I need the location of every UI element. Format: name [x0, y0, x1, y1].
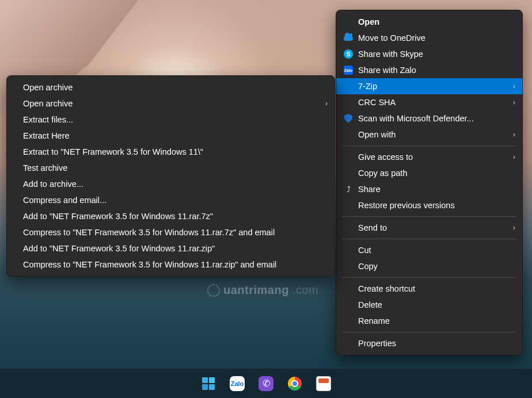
- menu-item-extract-here[interactable]: Extract Here: [7, 128, 335, 144]
- menu-item-copy[interactable]: Copy: [336, 258, 522, 274]
- blank-icon: [342, 261, 355, 272]
- menu-item-label: Compress to "NET Framework 3.5 for Windo…: [23, 228, 320, 237]
- menu-item-label: Share: [358, 185, 507, 194]
- menu-separator: [342, 239, 516, 239]
- menu-item-open[interactable]: Open: [336, 14, 522, 30]
- menu-item-label: Copy: [358, 262, 507, 271]
- menu-item-compress-to-net-framework-3-5-for-windows-11-rar-7z-and-email[interactable]: Compress to "NET Framework 3.5 for Windo…: [7, 224, 335, 240]
- blank-icon: [342, 167, 355, 179]
- chevron-right-icon: ›: [507, 98, 515, 106]
- menu-item-add-to-net-framework-3-5-for-windows-11-rar-zip[interactable]: Add to "NET Framework 3.5 for Windows 11…: [7, 240, 335, 257]
- blank-icon: [342, 222, 355, 234]
- menu-item-label: Rename: [358, 316, 507, 326]
- menu-item-label: Cut: [358, 246, 507, 255]
- menu-item-extract-to-net-framework-3-5-for-windows-11[interactable]: Extract to "NET Framework 3.5 for Window…: [7, 144, 335, 160]
- snipping-tool-icon: [316, 376, 331, 391]
- blank-icon: [342, 129, 355, 140]
- menu-item-test-archive[interactable]: Test archive: [7, 160, 335, 176]
- blank-icon: [342, 283, 355, 294]
- menu-item-send-to[interactable]: Send to›: [336, 220, 522, 236]
- watermark: uantrimang .com: [207, 284, 318, 297]
- blank-icon: [342, 200, 355, 211]
- menu-separator: [342, 332, 516, 332]
- blank-icon: [342, 299, 355, 311]
- context-menu: OpenMove to OneDriveSShare with SkypeZal…: [336, 10, 523, 355]
- menu-item-compress-and-email[interactable]: Compress and email...: [7, 192, 335, 208]
- menu-item-label: Restore previous versions: [358, 201, 507, 210]
- chevron-right-icon: ›: [507, 153, 515, 161]
- menu-item-label: Add to archive...: [23, 179, 320, 189]
- menu-item-label: Give access to: [358, 152, 507, 162]
- menu-item-add-to-archive[interactable]: Add to archive...: [7, 176, 335, 192]
- menu-item-label: Delete: [358, 300, 507, 309]
- 7zip-submenu: Open archiveOpen archive›Extract files..…: [6, 75, 335, 277]
- blank-icon: [342, 97, 355, 108]
- menu-item-delete[interactable]: Delete: [336, 297, 522, 313]
- taskbar-viber-button[interactable]: ✆: [257, 375, 275, 392]
- taskbar-chrome-button[interactable]: [286, 375, 303, 392]
- menu-item-label: Add to "NET Framework 3.5 for Windows 11…: [23, 212, 320, 221]
- menu-item-give-access-to[interactable]: Give access to›: [336, 149, 522, 165]
- menu-item-label: Open archive: [23, 99, 320, 108]
- menu-item-label: Open with: [358, 130, 507, 139]
- taskbar-start-button[interactable]: [200, 375, 217, 392]
- menu-item-share[interactable]: ⤴Share: [336, 181, 522, 197]
- menu-item-label: Test archive: [23, 163, 320, 173]
- blank-icon: [342, 81, 355, 92]
- chevron-right-icon: ›: [507, 131, 515, 139]
- blank-icon: [342, 151, 355, 163]
- share-icon: ⤴: [342, 183, 355, 195]
- menu-item-share-with-zalo[interactable]: ZaloShare with Zalo: [336, 62, 522, 78]
- menu-item-copy-as-path[interactable]: Copy as path: [336, 165, 522, 181]
- zalo-icon: Zalo: [230, 376, 245, 391]
- taskbar-zalo-button[interactable]: Zalo: [229, 375, 246, 392]
- menu-item-compress-to-net-framework-3-5-for-windows-11-rar-zip-and-email[interactable]: Compress to "NET Framework 3.5 for Windo…: [7, 257, 335, 273]
- menu-item-restore-previous-versions[interactable]: Restore previous versions: [336, 197, 522, 213]
- menu-item-label: Create shortcut: [358, 284, 507, 293]
- menu-item-open-with[interactable]: Open with›: [336, 127, 522, 143]
- chevron-right-icon: ›: [507, 224, 515, 232]
- menu-separator: [342, 216, 516, 217]
- menu-item-rename[interactable]: Rename: [336, 313, 522, 329]
- blank-icon: [342, 16, 355, 28]
- watermark-text: uantrimang: [223, 284, 289, 297]
- menu-item-move-to-onedrive[interactable]: Move to OneDrive: [336, 30, 522, 46]
- menu-item-label: Send to: [358, 223, 507, 232]
- skype-icon: S: [342, 48, 355, 60]
- menu-item-label: Open: [358, 17, 507, 26]
- menu-item-scan-with-microsoft-defender[interactable]: Scan with Microsoft Defender...: [336, 110, 522, 127]
- watermark-gear-icon: [207, 284, 220, 297]
- menu-item-label: Share with Zalo: [358, 66, 507, 75]
- menu-item-add-to-net-framework-3-5-for-windows-11-rar-7z[interactable]: Add to "NET Framework 3.5 for Windows 11…: [7, 208, 335, 224]
- menu-item-label: Extract Here: [23, 131, 320, 140]
- menu-item-open-archive[interactable]: Open archive: [7, 79, 335, 95]
- menu-item-7-zip[interactable]: 7-Zip›: [336, 78, 522, 94]
- menu-item-label: Share with Skype: [358, 49, 507, 59]
- menu-item-label: Move to OneDrive: [358, 33, 507, 43]
- menu-item-label: Add to "NET Framework 3.5 for Windows 11…: [23, 244, 320, 253]
- shield-icon: [342, 113, 355, 124]
- menu-item-properties[interactable]: Properties: [336, 335, 522, 351]
- windows-start-icon: [202, 377, 215, 390]
- menu-item-create-shortcut[interactable]: Create shortcut: [336, 281, 522, 297]
- viber-icon: ✆: [259, 376, 273, 391]
- menu-item-label: CRC SHA: [358, 98, 507, 107]
- onedrive-icon: [342, 32, 355, 44]
- taskbar-snipping-button[interactable]: [315, 375, 332, 392]
- menu-item-extract-files[interactable]: Extract files...: [7, 112, 335, 128]
- menu-item-label: Extract files...: [23, 115, 320, 124]
- blank-icon: [342, 244, 355, 256]
- zalo-icon: Zalo: [342, 64, 355, 76]
- menu-item-label: Extract to "NET Framework 3.5 for Window…: [23, 147, 320, 156]
- menu-separator: [342, 277, 516, 278]
- menu-item-label: Properties: [358, 339, 507, 348]
- chevron-right-icon: ›: [507, 82, 515, 90]
- menu-item-open-archive[interactable]: Open archive›: [7, 95, 335, 112]
- menu-item-cut[interactable]: Cut: [336, 242, 522, 258]
- menu-item-share-with-skype[interactable]: SShare with Skype: [336, 46, 522, 62]
- menu-item-label: Open archive: [23, 83, 320, 92]
- chrome-icon: [288, 377, 302, 391]
- menu-item-crc-sha[interactable]: CRC SHA›: [336, 94, 522, 110]
- chevron-right-icon: ›: [320, 100, 328, 108]
- menu-item-label: Compress to "NET Framework 3.5 for Windo…: [23, 260, 320, 269]
